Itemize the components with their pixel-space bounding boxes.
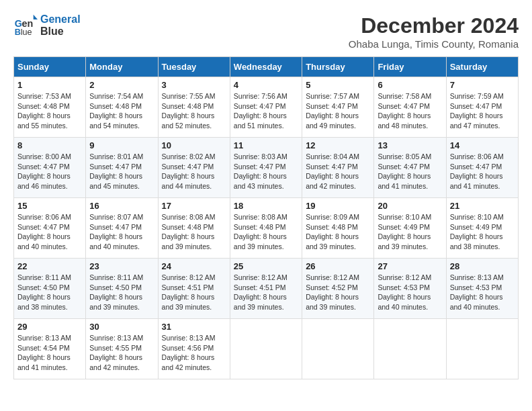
day-info: Sunrise: 8:12 AMSunset: 4:51 PMDaylight:… <box>234 273 298 312</box>
day-info: Sunrise: 8:07 AMSunset: 4:47 PMDaylight:… <box>89 212 154 252</box>
col-header-thursday: Thursday <box>302 57 374 77</box>
day-number: 11 <box>234 140 298 150</box>
day-info: Sunrise: 8:04 AMSunset: 4:47 PMDaylight:… <box>306 152 370 191</box>
day-number: 6 <box>378 80 442 90</box>
day-number: 29 <box>17 322 82 332</box>
day-number: 30 <box>89 322 154 332</box>
day-number: 22 <box>17 261 82 271</box>
calendar-cell: 22Sunrise: 8:11 AMSunset: 4:50 PMDayligh… <box>14 259 86 319</box>
calendar-cell: 15Sunrise: 8:06 AMSunset: 4:47 PMDayligh… <box>14 198 86 259</box>
calendar-week-3: 15Sunrise: 8:06 AMSunset: 4:47 PMDayligh… <box>14 198 519 259</box>
calendar-cell: 19Sunrise: 8:09 AMSunset: 4:48 PMDayligh… <box>302 198 374 259</box>
day-number: 14 <box>450 140 515 150</box>
calendar-cell: 24Sunrise: 8:12 AMSunset: 4:51 PMDayligh… <box>158 259 230 319</box>
calendar-cell: 25Sunrise: 8:12 AMSunset: 4:51 PMDayligh… <box>230 259 302 319</box>
day-number: 24 <box>162 261 226 271</box>
calendar-cell: 14Sunrise: 8:06 AMSunset: 4:47 PMDayligh… <box>446 138 518 198</box>
day-number: 27 <box>378 261 442 271</box>
day-number: 16 <box>89 201 154 211</box>
calendar-cell: 26Sunrise: 8:12 AMSunset: 4:52 PMDayligh… <box>302 259 374 319</box>
day-info: Sunrise: 7:57 AMSunset: 4:47 PMDaylight:… <box>306 91 370 131</box>
day-info: Sunrise: 7:59 AMSunset: 4:47 PMDaylight:… <box>450 91 515 131</box>
calendar-cell: 23Sunrise: 8:11 AMSunset: 4:50 PMDayligh… <box>86 259 158 319</box>
day-number: 31 <box>162 322 226 332</box>
day-info: Sunrise: 8:13 AMSunset: 4:56 PMDaylight:… <box>162 333 226 373</box>
calendar-week-2: 8Sunrise: 8:00 AMSunset: 4:47 PMDaylight… <box>14 138 519 198</box>
calendar-cell: 6Sunrise: 7:58 AMSunset: 4:47 PMDaylight… <box>374 77 446 138</box>
calendar-cell: 28Sunrise: 8:13 AMSunset: 4:53 PMDayligh… <box>446 259 518 319</box>
calendar-cell: 31Sunrise: 8:13 AMSunset: 4:56 PMDayligh… <box>158 319 230 379</box>
calendar-cell: 4Sunrise: 7:56 AMSunset: 4:47 PMDaylight… <box>230 77 302 138</box>
col-header-monday: Monday <box>86 57 158 77</box>
col-header-saturday: Saturday <box>446 57 518 77</box>
calendar-cell <box>374 319 446 379</box>
day-number: 26 <box>306 261 370 271</box>
day-number: 13 <box>378 140 442 150</box>
day-number: 2 <box>89 80 154 90</box>
calendar-cell: 13Sunrise: 8:05 AMSunset: 4:47 PMDayligh… <box>374 138 446 198</box>
page-subtitle: Ohaba Lunga, Timis County, Romania <box>349 38 519 50</box>
day-info: Sunrise: 8:08 AMSunset: 4:48 PMDaylight:… <box>162 212 226 252</box>
calendar-cell: 2Sunrise: 7:54 AMSunset: 4:48 PMDaylight… <box>86 77 158 138</box>
day-info: Sunrise: 7:53 AMSunset: 4:48 PMDaylight:… <box>17 91 82 131</box>
day-info: Sunrise: 7:56 AMSunset: 4:47 PMDaylight:… <box>234 91 298 131</box>
day-info: Sunrise: 8:11 AMSunset: 4:50 PMDaylight:… <box>89 273 154 312</box>
page-header: G en B lue General Blue December 2024 Oh… <box>13 13 519 50</box>
day-info: Sunrise: 8:02 AMSunset: 4:47 PMDaylight:… <box>162 152 226 191</box>
calendar-cell <box>446 319 518 379</box>
calendar-cell: 10Sunrise: 8:02 AMSunset: 4:47 PMDayligh… <box>158 138 230 198</box>
calendar-cell: 7Sunrise: 7:59 AMSunset: 4:47 PMDaylight… <box>446 77 518 138</box>
day-info: Sunrise: 8:01 AMSunset: 4:47 PMDaylight:… <box>89 152 154 191</box>
day-number: 21 <box>450 201 515 211</box>
day-info: Sunrise: 8:13 AMSunset: 4:53 PMDaylight:… <box>450 273 515 312</box>
col-header-sunday: Sunday <box>14 57 86 77</box>
calendar-cell: 12Sunrise: 8:04 AMSunset: 4:47 PMDayligh… <box>302 138 374 198</box>
logo: G en B lue General Blue <box>13 13 81 38</box>
day-info: Sunrise: 7:54 AMSunset: 4:48 PMDaylight:… <box>89 91 154 131</box>
calendar-cell: 27Sunrise: 8:12 AMSunset: 4:53 PMDayligh… <box>374 259 446 319</box>
col-header-tuesday: Tuesday <box>158 57 230 77</box>
day-info: Sunrise: 8:13 AMSunset: 4:54 PMDaylight:… <box>17 333 82 373</box>
calendar-cell <box>230 319 302 379</box>
svg-text:lue: lue <box>21 28 32 37</box>
day-info: Sunrise: 8:06 AMSunset: 4:47 PMDaylight:… <box>450 152 515 191</box>
calendar-cell: 16Sunrise: 8:07 AMSunset: 4:47 PMDayligh… <box>86 198 158 259</box>
calendar-week-4: 22Sunrise: 8:11 AMSunset: 4:50 PMDayligh… <box>14 259 519 319</box>
day-number: 4 <box>234 80 298 90</box>
calendar-cell <box>302 319 374 379</box>
calendar-week-5: 29Sunrise: 8:13 AMSunset: 4:54 PMDayligh… <box>14 319 519 379</box>
calendar-header-row: SundayMondayTuesdayWednesdayThursdayFrid… <box>14 57 519 77</box>
logo-blue: Blue <box>40 26 64 37</box>
col-header-friday: Friday <box>374 57 446 77</box>
day-info: Sunrise: 8:13 AMSunset: 4:55 PMDaylight:… <box>89 333 154 373</box>
day-number: 19 <box>306 201 370 211</box>
calendar-cell: 3Sunrise: 7:55 AMSunset: 4:48 PMDaylight… <box>158 77 230 138</box>
day-info: Sunrise: 8:12 AMSunset: 4:53 PMDaylight:… <box>378 273 442 312</box>
day-number: 7 <box>450 80 515 90</box>
day-info: Sunrise: 7:58 AMSunset: 4:47 PMDaylight:… <box>378 91 442 131</box>
calendar-cell: 17Sunrise: 8:08 AMSunset: 4:48 PMDayligh… <box>158 198 230 259</box>
calendar-cell: 18Sunrise: 8:08 AMSunset: 4:48 PMDayligh… <box>230 198 302 259</box>
calendar-cell: 29Sunrise: 8:13 AMSunset: 4:54 PMDayligh… <box>14 319 86 379</box>
calendar-cell: 21Sunrise: 8:10 AMSunset: 4:49 PMDayligh… <box>446 198 518 259</box>
day-number: 18 <box>234 201 298 211</box>
calendar-cell: 11Sunrise: 8:03 AMSunset: 4:47 PMDayligh… <box>230 138 302 198</box>
day-number: 10 <box>162 140 226 150</box>
day-number: 15 <box>17 201 82 211</box>
day-info: Sunrise: 8:09 AMSunset: 4:48 PMDaylight:… <box>306 212 370 252</box>
calendar-cell: 30Sunrise: 8:13 AMSunset: 4:55 PMDayligh… <box>86 319 158 379</box>
svg-text:en: en <box>22 18 34 29</box>
calendar-cell: 9Sunrise: 8:01 AMSunset: 4:47 PMDaylight… <box>86 138 158 198</box>
day-number: 25 <box>234 261 298 271</box>
calendar-cell: 1Sunrise: 7:53 AMSunset: 4:48 PMDaylight… <box>14 77 86 138</box>
day-info: Sunrise: 8:08 AMSunset: 4:48 PMDaylight:… <box>234 212 298 252</box>
calendar-table: SundayMondayTuesdayWednesdayThursdayFrid… <box>13 56 519 379</box>
day-number: 23 <box>89 261 154 271</box>
day-info: Sunrise: 8:06 AMSunset: 4:47 PMDaylight:… <box>17 212 82 252</box>
day-info: Sunrise: 8:05 AMSunset: 4:47 PMDaylight:… <box>378 152 442 191</box>
page-title: December 2024 <box>349 13 519 38</box>
calendar-cell: 8Sunrise: 8:00 AMSunset: 4:47 PMDaylight… <box>14 138 86 198</box>
day-number: 20 <box>378 201 442 211</box>
calendar-week-1: 1Sunrise: 7:53 AMSunset: 4:48 PMDaylight… <box>14 77 519 138</box>
day-number: 1 <box>17 80 82 90</box>
